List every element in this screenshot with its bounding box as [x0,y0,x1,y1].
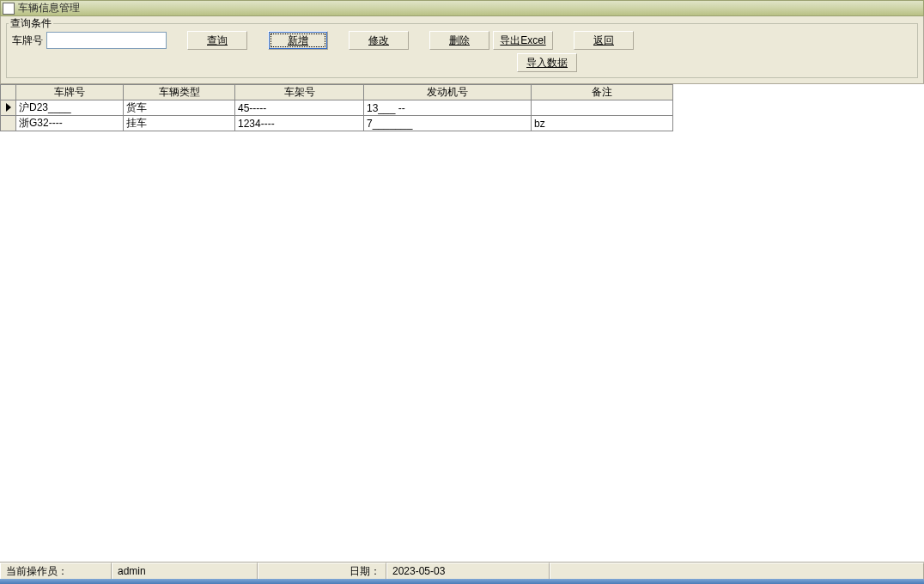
table-row[interactable]: 沪D23____货车45-----13___ -- [1,100,673,116]
query-button[interactable]: 查询 [187,31,247,50]
query-row: 车牌号 查询 新增 修改 删除 导出Excel 返回 [12,31,912,50]
cell[interactable]: 浙G32---- [16,116,124,131]
status-operator-value: admin [112,563,258,580]
col-header-4[interactable]: 备注 [532,85,673,100]
window-icon [3,3,15,15]
col-header-0[interactable]: 车牌号 [16,85,124,100]
query-group-title: 查询条件 [9,16,53,31]
row-selector[interactable] [1,100,16,116]
status-operator-label: 当前操作员： [0,563,112,580]
window-bottom-bezel [0,579,924,584]
title-bar: 车辆信息管理 [0,0,924,16]
table-row[interactable]: 浙G32----挂车1234----7_______bz [1,116,673,131]
window-title: 车辆信息管理 [18,1,80,15]
status-spacer [550,563,924,580]
row-selector[interactable] [1,116,16,131]
status-date-label: 日期： [258,563,386,580]
cell[interactable]: 挂车 [124,116,235,131]
delete-button[interactable]: 删除 [429,31,489,50]
cell[interactable]: bz [532,116,673,131]
import-data-button[interactable]: 导入数据 [517,53,577,72]
plate-label: 车牌号 [12,33,43,48]
data-grid[interactable]: 车牌号车辆类型车架号发动机号备注 沪D23____货车45-----13___ … [0,84,924,131]
query-groupbox: 查询条件 车牌号 查询 新增 修改 删除 导出Excel 返回 导入数据 [6,23,918,78]
cell[interactable]: 13___ -- [364,100,532,116]
row-selector-header [1,85,16,100]
status-bar: 当前操作员： admin 日期： 2023-05-03 [0,562,924,579]
cell[interactable]: 货车 [124,100,235,116]
export-excel-button[interactable]: 导出Excel [493,31,553,50]
col-header-1[interactable]: 车辆类型 [124,85,235,100]
cell[interactable] [532,100,673,116]
cell[interactable]: 7_______ [364,116,532,131]
col-header-2[interactable]: 车架号 [235,85,364,100]
toolbar-area: 查询条件 车牌号 查询 新增 修改 删除 导出Excel 返回 导入数据 [0,16,924,84]
back-button[interactable]: 返回 [574,31,634,50]
cell[interactable]: 1234---- [235,116,364,131]
toolbar-row2: 导入数据 [12,50,912,72]
cell[interactable]: 45----- [235,100,364,116]
edit-button[interactable]: 修改 [349,31,409,50]
cell[interactable]: 沪D23____ [16,100,124,116]
current-row-arrow-icon [6,103,11,112]
status-date-value: 2023-05-03 [386,563,550,580]
add-button[interactable]: 新增 [268,31,328,50]
col-header-3[interactable]: 发动机号 [364,85,532,100]
plate-input[interactable] [46,32,167,49]
